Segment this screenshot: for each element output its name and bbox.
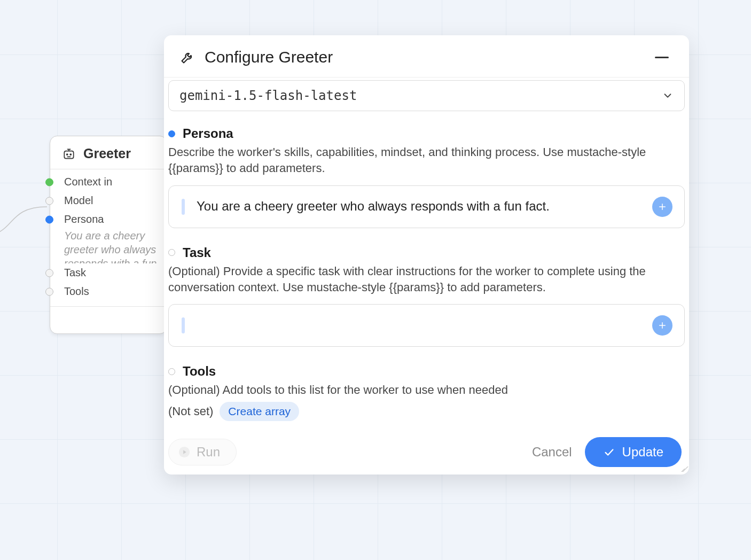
wrench-icon — [180, 50, 195, 65]
port-context-in[interactable]: Context in — [50, 173, 167, 191]
indicator-dot-persona — [168, 130, 175, 137]
prompt-quote-bar — [182, 199, 185, 215]
panel-footer: Run Cancel Update — [168, 437, 685, 470]
node-ports: Context in Model Persona You are a cheer… — [50, 169, 167, 307]
task-value — [197, 317, 648, 333]
task-input[interactable] — [168, 304, 685, 347]
port-persona-preview: You are a cheery greeter who always resp… — [50, 229, 167, 263]
minimize-button[interactable] — [655, 57, 669, 58]
port-model[interactable]: Model — [50, 191, 167, 210]
section-head-task: Task — [168, 245, 685, 260]
port-dot-tools[interactable] — [45, 287, 53, 295]
tools-not-set-row: (Not set) Create array — [168, 402, 685, 421]
create-array-button[interactable]: Create array — [220, 402, 299, 421]
indicator-dot-task — [168, 249, 175, 256]
update-button[interactable]: Update — [585, 437, 682, 467]
port-task[interactable]: Task — [50, 263, 167, 282]
port-label: Persona — [64, 213, 104, 225]
port-label: Tools — [64, 285, 89, 298]
svg-rect-0 — [64, 151, 73, 158]
section-head-tools: Tools — [168, 364, 685, 379]
add-param-button-task[interactable] — [652, 315, 672, 336]
resize-handle[interactable] — [678, 464, 687, 473]
section-label: Task — [183, 245, 211, 260]
robot-icon — [62, 147, 76, 161]
panel-header: Configure Greeter — [164, 35, 689, 77]
model-value: gemini-1.5-flash-latest — [179, 88, 357, 103]
port-dot-persona[interactable] — [45, 215, 53, 223]
panel-title: Configure Greeter — [205, 48, 333, 66]
section-label: Tools — [183, 364, 216, 379]
configure-panel: Configure Greeter gemini-1.5-flash-lates… — [164, 35, 689, 475]
run-label: Run — [197, 445, 220, 460]
prompt-quote-bar — [182, 317, 185, 333]
chevron-down-icon — [662, 90, 674, 102]
node-title: Greeter — [83, 146, 131, 161]
persona-value: You are a cheery greeter who always resp… — [197, 199, 648, 215]
not-set-label: (Not set) — [168, 405, 213, 418]
port-dot-model[interactable] — [45, 197, 53, 205]
port-tools[interactable]: Tools — [50, 282, 167, 301]
port-label: Task — [64, 267, 86, 279]
model-select[interactable]: gemini-1.5-flash-latest — [168, 80, 685, 111]
node-header: Greeter — [50, 136, 167, 169]
task-description: (Optional) Provide a specific task with … — [168, 263, 685, 296]
cancel-button[interactable]: Cancel — [532, 445, 572, 460]
node-footer — [50, 307, 167, 333]
persona-description: Describe the worker's skills, capabiliti… — [168, 144, 685, 177]
play-icon — [178, 446, 190, 458]
run-button[interactable]: Run — [168, 439, 237, 465]
persona-input[interactable]: You are a cheery greeter who always resp… — [168, 185, 685, 228]
tools-description: (Optional) Add tools to this list for th… — [168, 382, 685, 398]
worker-node-card[interactable]: Greeter Context in Model Persona You are… — [50, 136, 167, 334]
update-label: Update — [622, 445, 663, 460]
port-label: Context in — [64, 176, 112, 188]
port-label: Model — [64, 195, 93, 207]
port-persona[interactable]: Persona — [50, 210, 167, 229]
check-icon — [603, 446, 615, 458]
add-param-button-persona[interactable] — [652, 197, 672, 217]
indicator-dot-tools — [168, 368, 175, 375]
port-dot-task[interactable] — [45, 269, 53, 277]
port-dot-context-in[interactable] — [45, 178, 53, 186]
section-label: Persona — [183, 126, 233, 141]
svg-point-2 — [70, 154, 71, 155]
section-head-persona: Persona — [168, 126, 685, 141]
panel-body: gemini-1.5-flash-latest Persona Describe… — [164, 77, 689, 475]
svg-point-1 — [67, 154, 68, 155]
